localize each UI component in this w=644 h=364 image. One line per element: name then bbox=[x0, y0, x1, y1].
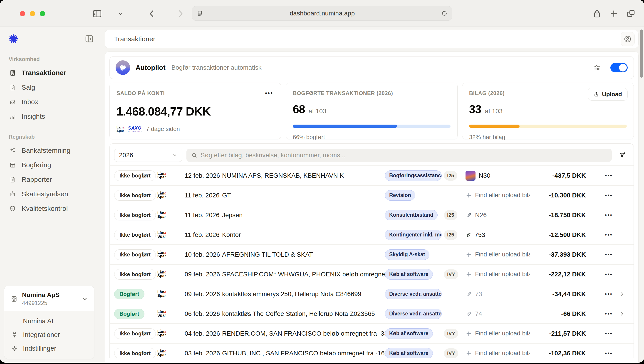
bilag-cell: Find eller upload bilag bbox=[465, 271, 534, 278]
url-field[interactable]: dashboard.numina.app bbox=[192, 6, 452, 21]
sidebar-footer-item-indstillinger[interactable]: Indstillinger bbox=[4, 342, 94, 355]
find-upload-link[interactable]: Find eller upload bilag bbox=[475, 251, 530, 258]
row-menu-button[interactable]: ••• bbox=[604, 231, 613, 239]
row-menu-button[interactable]: ••• bbox=[604, 270, 613, 278]
sidebar-item-skattestyrelsen[interactable]: Skattestyrelsen bbox=[0, 187, 103, 201]
row-menu-button[interactable]: ••• bbox=[604, 330, 613, 338]
row-amount: -102,36 DKK bbox=[534, 350, 586, 357]
row-menu-button[interactable]: ••• bbox=[604, 250, 613, 259]
table-row[interactable]: Ikke bogført Lån&Spar 11 feb. 2026 Konto… bbox=[110, 225, 633, 244]
company-switcher[interactable]: Numina ApS 44991225 bbox=[4, 286, 94, 311]
sidebar-footer-item-integrationer[interactable]: Integrationer bbox=[4, 328, 94, 342]
forward-button[interactable] bbox=[176, 8, 185, 19]
row-menu-button[interactable]: ••• bbox=[604, 310, 613, 318]
row-description: kontaktløs The Coffee Station, Hellerup … bbox=[222, 310, 385, 318]
bank-logo: Lån&Spar bbox=[157, 310, 166, 317]
receipt-thumbnail[interactable] bbox=[465, 171, 475, 181]
transactions-table: 2026 Ikke bogført Lån&Spar 12 feb. 202 bbox=[110, 144, 634, 358]
table-row[interactable]: Ikke bogført Lån&Spar 03 feb. 2026 GITHU… bbox=[110, 343, 633, 358]
sidebar-item-transaktioner[interactable]: Transaktioner bbox=[0, 66, 103, 80]
saxo-logo: SAXO BE INVESTED bbox=[128, 126, 142, 132]
search-input[interactable] bbox=[201, 152, 607, 159]
paperclip-icon bbox=[465, 291, 472, 297]
find-upload-link[interactable]: Find eller upload bilag bbox=[475, 271, 530, 278]
row-menu-button[interactable]: ••• bbox=[604, 349, 613, 358]
new-tab-button[interactable] bbox=[609, 8, 618, 18]
share-button[interactable] bbox=[592, 8, 602, 19]
find-upload-link[interactable]: Find eller upload bilag bbox=[475, 192, 530, 199]
row-menu-button[interactable]: ••• bbox=[604, 172, 613, 180]
table-row[interactable]: Ikke bogført Lån&Spar 12 feb. 2026 NUMIN… bbox=[110, 166, 633, 185]
row-date: 10 feb. 2026 bbox=[185, 251, 222, 258]
minimize-window-button[interactable] bbox=[30, 11, 35, 16]
table-row[interactable]: Ikke bogført Lån&Spar 09 feb. 2026 SPACE… bbox=[110, 264, 633, 284]
category-badge: Revision bbox=[385, 190, 415, 200]
sidebar-item-kvalitetskontrol[interactable]: Kvalitetskontrol bbox=[0, 201, 103, 216]
chevron-right-icon[interactable] bbox=[618, 291, 625, 297]
table-row[interactable]: Bogført Lån&Spar 09 feb. 2026 kontaktløs… bbox=[110, 284, 633, 304]
bilag-label[interactable]: N30 bbox=[479, 172, 490, 179]
search-icon bbox=[191, 152, 197, 158]
attachment-link[interactable]: N26 bbox=[475, 212, 487, 219]
plus-icon bbox=[465, 252, 472, 258]
browser-sidebar-toggle-icon[interactable] bbox=[92, 8, 102, 19]
bilag-cell: Find eller upload bilag bbox=[465, 192, 534, 199]
row-menu-button[interactable]: ••• bbox=[604, 191, 613, 200]
plus-icon bbox=[465, 350, 472, 356]
attachments-caption: 32% har bilag bbox=[469, 134, 627, 141]
balance-value: 1.468.084,77 DKK bbox=[117, 104, 274, 118]
category-badge: Køb af software bbox=[385, 328, 433, 339]
account-button[interactable] bbox=[620, 32, 635, 46]
sidebar-item-rapporter[interactable]: Rapporter bbox=[0, 172, 103, 187]
back-button[interactable] bbox=[147, 8, 156, 19]
zoom-window-button[interactable] bbox=[40, 11, 45, 16]
status-badge: Ikke bogført bbox=[114, 328, 156, 339]
chevron-down-icon[interactable] bbox=[118, 11, 124, 17]
card-menu-button[interactable]: ••• bbox=[264, 89, 274, 98]
sidebar-item-bogforing[interactable]: Bogføring bbox=[0, 158, 103, 172]
row-description: GITHUB, INC., SAN FRANCISCO beløb omregn… bbox=[222, 350, 385, 357]
upload-button[interactable]: Upload bbox=[588, 88, 628, 100]
sidebar-item-salg[interactable]: Salg bbox=[0, 80, 103, 95]
sidebar-item-insights[interactable]: Insights bbox=[0, 109, 103, 124]
table-row[interactable]: Ikke bogført Lån&Spar 11 feb. 2026 Jepse… bbox=[110, 205, 633, 225]
attachments-card: BILAG (2026) Upload 33 af 103 32% har bi… bbox=[462, 82, 634, 139]
autopilot-toggle[interactable] bbox=[610, 63, 628, 72]
bank-logo: Lån&Spar bbox=[157, 270, 166, 278]
attachment-link[interactable]: 73 bbox=[475, 290, 482, 298]
sidebar-item-bankafstemning[interactable]: Bankafstemning bbox=[0, 143, 103, 158]
autopilot-settings-button[interactable] bbox=[593, 64, 601, 72]
booked-progress-bar bbox=[293, 124, 450, 128]
table-row[interactable]: Ikke bogført Lån&Spar 11 feb. 2026 GT Re… bbox=[110, 185, 633, 205]
table-row[interactable]: Ikke bogført Lån&Spar 10 feb. 2026 AFREG… bbox=[110, 244, 633, 264]
table-row[interactable]: Bogført Lån&Spar 06 feb. 2026 kontaktløs… bbox=[110, 304, 633, 324]
row-menu-button[interactable]: ••• bbox=[604, 211, 613, 219]
reload-icon[interactable] bbox=[441, 10, 448, 17]
lan-spar-logo: Lån& Spar bbox=[117, 126, 125, 132]
find-upload-link[interactable]: Find eller upload bilag bbox=[475, 330, 530, 337]
attachment-link[interactable]: 74 bbox=[475, 310, 482, 318]
sidebar-item-inbox[interactable]: Inbox bbox=[0, 95, 103, 109]
tax-badge: IVY bbox=[444, 328, 458, 338]
attachment-link[interactable]: 753 bbox=[475, 231, 485, 238]
category-badge: Konsulentbistand bbox=[385, 210, 438, 220]
sidebar-section-label: Virksomhed bbox=[9, 56, 103, 62]
year-select[interactable]: 2026 bbox=[114, 149, 182, 162]
tabs-overview-button[interactable] bbox=[626, 8, 636, 18]
chevron-right-icon[interactable] bbox=[618, 311, 625, 317]
search-bar bbox=[186, 149, 612, 162]
row-menu-button[interactable]: ••• bbox=[604, 290, 613, 298]
company-card: Numina ApS 44991225 Numina AI Integratio… bbox=[4, 286, 94, 359]
building-icon bbox=[9, 70, 16, 76]
sidebar-section: Regnskab Bankafstemning Bogføring Rappor… bbox=[0, 134, 103, 216]
status-badge: Ikke bogført bbox=[114, 250, 156, 260]
category-badge: Kontingenter inkl. moms bbox=[385, 230, 442, 240]
scrollbar-thumb[interactable] bbox=[640, 30, 643, 78]
collapse-sidebar-button[interactable] bbox=[84, 34, 94, 44]
table-row[interactable]: Ikke bogført Lån&Spar 04 feb. 2026 RENDE… bbox=[110, 324, 633, 343]
sidebar-footer-item-numina-ai[interactable]: Numina AI bbox=[4, 314, 94, 328]
filter-button[interactable] bbox=[616, 149, 629, 162]
close-window-button[interactable] bbox=[20, 11, 25, 16]
find-upload-link[interactable]: Find eller upload bilag bbox=[475, 350, 530, 357]
sidebar-nav: Virksomhed Transaktioner Salg Inbox Insi… bbox=[0, 56, 103, 216]
